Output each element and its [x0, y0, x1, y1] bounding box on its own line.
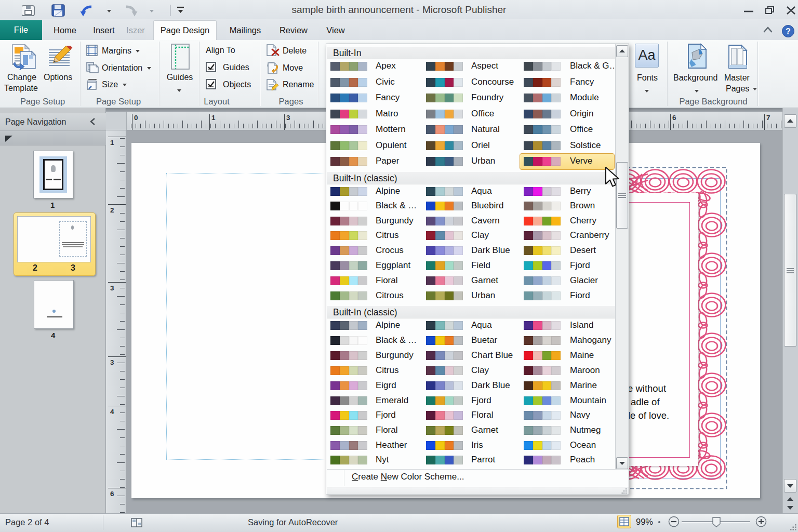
svg-text:?: ?: [786, 27, 791, 36]
